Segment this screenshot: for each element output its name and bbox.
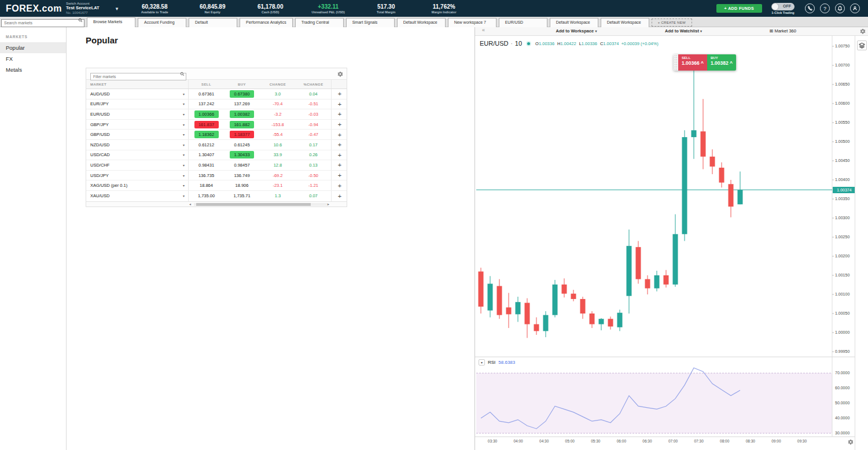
table-settings-gear-icon[interactable] <box>337 71 343 77</box>
tab-default-workspace[interactable]: Default Workspace <box>550 18 598 27</box>
buy-price-cell[interactable]: 0.67380 <box>224 90 260 98</box>
tab-default-workspace[interactable]: Default Workspace <box>397 18 446 27</box>
add-funds-button[interactable]: + ADD FUNDS <box>716 4 762 13</box>
scrollbar-track[interactable] <box>194 203 328 206</box>
chevron-down-icon[interactable]: ▾ <box>183 153 185 157</box>
sell-price-cell[interactable]: 1,735.00 <box>189 192 224 200</box>
market-cell[interactable]: GBP/USD▾ <box>86 130 189 139</box>
chevron-down-icon[interactable]: ▾ <box>183 123 185 127</box>
tab-new-workspace-7[interactable]: New workspace 7 <box>448 18 496 27</box>
add-to-watchlist-plus-icon[interactable]: + <box>332 182 348 189</box>
buy-button[interactable]: BUY 1.00382 ^ <box>707 54 736 71</box>
chart-settings-gear-icon[interactable] <box>860 28 866 34</box>
sell-button[interactable]: SELL 1.00366 ^ <box>678 54 707 71</box>
tab-default-workspace[interactable]: Default Workspace <box>601 18 649 27</box>
buy-price-cell[interactable]: 137.269 <box>224 100 260 108</box>
buy-price-cell[interactable]: 1.30433 <box>224 151 260 158</box>
account-chevron-down-icon[interactable]: ▾ <box>116 6 119 12</box>
table-row-usd-jpy: USD/JPY▾136.735136.749-69.2-0.50+ <box>86 171 347 181</box>
add-to-watchlist-plus-icon[interactable]: + <box>332 193 348 200</box>
tab-eur-usd[interactable]: EUR/USD <box>499 18 547 27</box>
market-cell[interactable]: AUD/USD▾ <box>86 89 189 99</box>
time-axis-gear-icon[interactable] <box>848 439 854 445</box>
market-cell[interactable]: EUR/USD▾ <box>86 109 189 119</box>
layers-icon[interactable] <box>857 40 867 50</box>
chevron-down-icon[interactable]: ▾ <box>183 102 185 106</box>
buy-price: 1.00382 <box>230 110 254 118</box>
add-to-watchlist-plus-icon[interactable]: + <box>332 172 348 179</box>
tab-performance-analytics[interactable]: Performance Analytics <box>240 18 293 27</box>
market-cell[interactable]: XAU/USD▾ <box>86 191 189 201</box>
rsi-label[interactable]: RSI <box>488 360 495 365</box>
add-to-watchlist-plus-icon[interactable]: + <box>332 131 348 138</box>
sell-price-cell[interactable]: 161.837 <box>189 121 224 128</box>
buy-price-cell[interactable]: 136.749 <box>224 172 260 179</box>
buy-price-cell[interactable]: 1,735.71 <box>224 192 260 200</box>
collapse-panel-icon[interactable]: « <box>482 27 485 33</box>
add-to-watchlist-plus-icon[interactable]: + <box>332 161 348 168</box>
add-to-watchlist-plus-icon[interactable]: + <box>332 121 348 128</box>
sell-price-cell[interactable]: 1.18362 <box>189 131 224 138</box>
sell-price-cell[interactable]: 0.98431 <box>189 161 224 169</box>
add-to-watchlist-plus-icon[interactable]: + <box>332 152 348 158</box>
add-to-watchlist-plus-icon[interactable]: + <box>332 110 348 117</box>
sell-price-cell[interactable]: 0.61212 <box>189 141 224 149</box>
sell-price-cell[interactable]: 1.30407 <box>189 151 224 158</box>
sell-price-cell[interactable]: 18.864 <box>189 182 224 189</box>
candlestick-chart[interactable] <box>475 27 868 450</box>
market-cell[interactable]: GBP/JPY▾ <box>86 120 189 130</box>
add-to-watchlist-plus-icon[interactable]: + <box>332 141 348 148</box>
scroll-left-icon[interactable]: ◂ <box>189 202 191 207</box>
tab-trading-central[interactable]: Trading Central <box>295 18 344 27</box>
rsi-collapse-chevron-icon[interactable]: ▾ <box>479 359 485 366</box>
tab-smart-signals[interactable]: Smart Signals <box>346 18 395 27</box>
phone-icon[interactable] <box>805 3 815 13</box>
notifications-bell-icon[interactable] <box>835 3 845 13</box>
add-to-watchlist-plus-icon[interactable]: + <box>332 101 348 108</box>
tab-account-funding[interactable]: Account Funding <box>138 18 186 27</box>
chart-interval[interactable]: 10 <box>515 40 522 47</box>
sidebar-item-popular[interactable]: Popular <box>0 42 66 53</box>
market-cell[interactable]: EUR/JPY▾ <box>86 99 189 109</box>
buy-price-cell[interactable]: 0.61245 <box>224 141 260 149</box>
buy-price-cell[interactable]: 1.18377 <box>224 131 260 138</box>
market-360-button[interactable]: ⊞ Market 360 <box>754 28 812 34</box>
chart-symbol[interactable]: EUR/USD <box>480 40 509 47</box>
sell-price-cell[interactable]: 0.67361 <box>189 90 224 98</box>
sell-price-cell[interactable]: 136.735 <box>189 172 224 179</box>
chevron-down-icon[interactable]: ▾ <box>183 132 185 137</box>
sidebar-item-metals[interactable]: Metals <box>0 64 66 75</box>
scroll-right-icon[interactable]: ▸ <box>328 202 329 207</box>
chevron-down-icon[interactable]: ▾ <box>183 92 185 96</box>
support-icon[interactable] <box>850 3 860 13</box>
chevron-down-icon[interactable]: ▾ <box>183 143 185 147</box>
scrollbar-thumb[interactable] <box>196 203 311 206</box>
market-cell[interactable]: USD/CAD▾ <box>86 150 189 160</box>
add-to-workspace-button[interactable]: Add to Workspace ▾ <box>545 28 608 34</box>
market-cell[interactable]: USD/JPY▾ <box>86 171 189 180</box>
market-cell[interactable]: USD/CHF▾ <box>86 160 189 170</box>
tab-create-new[interactable]: + CREATE NEW <box>652 19 692 27</box>
add-to-watchlist-plus-icon[interactable]: + <box>332 90 348 97</box>
chevron-down-icon[interactable]: ▾ <box>183 163 185 167</box>
chevron-down-icon[interactable]: ▾ <box>183 183 185 187</box>
widget-drag-handle[interactable] <box>674 54 678 71</box>
market-cell[interactable]: NZD/USD▾ <box>86 140 189 150</box>
chevron-down-icon[interactable]: ▾ <box>183 112 185 116</box>
one-click-toggle[interactable]: OFF <box>771 3 795 10</box>
sell-price-cell[interactable]: 1.00366 <box>189 110 224 118</box>
chevron-down-icon[interactable]: ▾ <box>183 174 185 178</box>
buy-price-cell[interactable]: 1.00382 <box>224 110 260 118</box>
sidebar-item-fx[interactable]: FX <box>0 53 66 64</box>
buy-price-cell[interactable]: 161.882 <box>224 121 260 128</box>
sell-price-cell[interactable]: 137.242 <box>189 100 224 108</box>
tab-default[interactable]: Default <box>189 18 237 27</box>
search-markets-input[interactable] <box>1 19 84 27</box>
tab-browse-markets[interactable]: Browse Markets <box>87 17 135 27</box>
help-icon[interactable]: ? <box>820 3 830 13</box>
buy-price-cell[interactable]: 18.906 <box>224 182 260 189</box>
market-cell[interactable]: XAG/USD (per 0.1)▾ <box>86 180 189 190</box>
chevron-down-icon[interactable]: ▾ <box>183 194 185 198</box>
add-to-watchlist-button[interactable]: Add to Watchlist ▾ <box>652 28 715 34</box>
buy-price-cell[interactable]: 0.98457 <box>224 161 260 169</box>
